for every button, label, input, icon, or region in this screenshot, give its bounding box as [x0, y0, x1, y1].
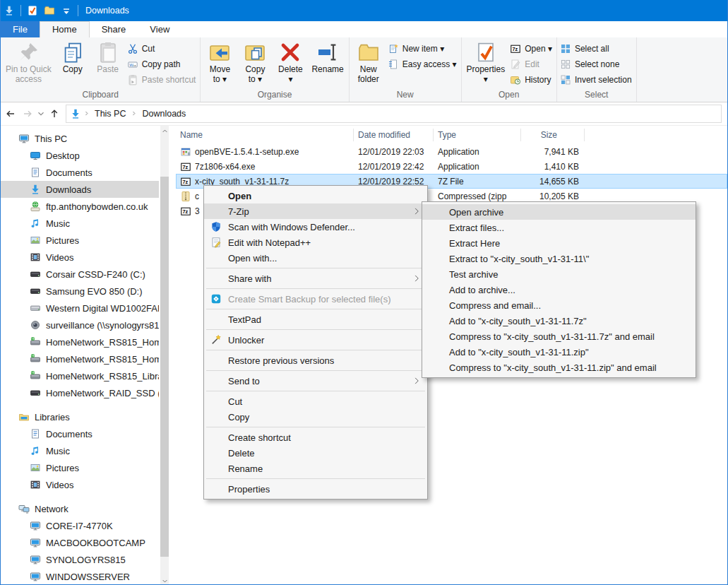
select-none-button[interactable]: Select none	[560, 57, 632, 71]
sidebar-item-homenetwork-rs815-homeme[interactable]: HomeNetwork_RS815_HomeMe	[1, 333, 159, 350]
seven-zip-item-compress-to-x-city-south-v1-31-11-7z-and-email[interactable]: Compress to "x-city_south_v1-31-11.7z" a…	[422, 329, 696, 344]
context-menu-item-create-shortcut[interactable]: Create shortcut	[204, 430, 427, 445]
context-menu-item-cut[interactable]: Cut	[204, 394, 427, 409]
sidebar-item-pictures[interactable]: Pictures	[1, 459, 159, 476]
column-header-name[interactable]: Name	[176, 129, 354, 141]
column-header-size[interactable]: Size	[521, 129, 585, 141]
copy-button[interactable]: Copy	[55, 39, 90, 76]
context-menu-item-unlocker[interactable]: Unlocker	[204, 332, 427, 348]
up-button[interactable]	[46, 105, 63, 122]
sidebar-item-documents[interactable]: Documents	[1, 164, 159, 181]
new-folder-button[interactable]: Newfolder	[351, 39, 386, 86]
sidebar-item-samsung-evo-850-d[interactable]: Samsung EVO 850 (D:)	[1, 283, 159, 300]
column-header-type[interactable]: Type	[434, 129, 521, 141]
sidebar-item-videos[interactable]: Videos	[1, 476, 159, 493]
context-menu-item-delete[interactable]: Delete	[204, 445, 427, 461]
seven-zip-item-add-to-x-city-south-v1-31-11-zip[interactable]: Add to "x-city_south_v1-31-11.zip"	[422, 344, 696, 360]
scrollbar-thumb[interactable]	[160, 177, 169, 557]
recent-locations-button[interactable]	[36, 105, 46, 122]
sidebar-item-macbookbootcamp[interactable]: MACBOOKBOOTCAMP	[1, 534, 159, 551]
sidebar-item-corsair-cssd-f240-c[interactable]: Corsair CSSD-F240 (C:)	[1, 266, 159, 283]
sidebar-item-synologyrs815[interactable]: SYNOLOGYRS815	[1, 551, 159, 568]
sidebar-item-music[interactable]: Music	[1, 442, 159, 459]
copy-path-button[interactable]: WCopy path	[127, 57, 196, 71]
seven-zip-item-extract-here[interactable]: Extract Here	[422, 235, 696, 251]
paste-button[interactable]: Paste	[90, 39, 126, 76]
context-menu-item-rename[interactable]: Rename	[204, 461, 427, 476]
copy-to-button[interactable]: Copyto ▾	[237, 39, 273, 86]
move-to-button[interactable]: Moveto ▾	[202, 39, 237, 86]
sidebar-scrollbar[interactable]	[160, 126, 169, 585]
edit-button[interactable]: Edit	[510, 57, 552, 71]
sidebar-item-homenetwork-rs815-library[interactable]: HomeNetwork_RS815_Library (\\	[1, 367, 159, 384]
properties-button[interactable]: Properties▾	[463, 39, 509, 86]
sidebar-item-music[interactable]: Music	[1, 215, 159, 232]
context-menu-item-textpad[interactable]: TextPad	[204, 312, 427, 327]
sidebar-item-western-digital-wd1002faex-e[interactable]: Western Digital WD1002FAEX (E:	[1, 300, 159, 317]
context-menu-item-7-zip[interactable]: 7-Zip	[204, 203, 427, 219]
rename-button[interactable]: Rename	[308, 39, 347, 76]
sidebar-item-homenetwork-raid-ssd-wir[interactable]: HomeNetwork_RAID_SSD (\\wir	[1, 384, 159, 401]
file-row[interactable]: openBVE-1.5.4.1-setup.exe12/01/2019 22:0…	[176, 144, 727, 159]
context-menu-item-scan-with-windows-defender[interactable]: Scan with Windows Defender...	[204, 219, 427, 235]
back-button[interactable]	[2, 105, 19, 122]
tab-view[interactable]: View	[138, 21, 181, 37]
delete-button[interactable]: Delete▾	[273, 39, 308, 86]
sidebar-item-network[interactable]: Network	[1, 500, 159, 517]
tab-file[interactable]: File	[1, 21, 40, 37]
sidebar-item-windowsserver[interactable]: WINDOWSSERVER	[1, 568, 159, 585]
seven-zip-item-add-to-x-city-south-v1-31-11-7z[interactable]: Add to "x-city_south_v1-31-11.7z"	[422, 313, 696, 329]
seven-zip-item-extract-to-x-city-south-v1-31-11[interactable]: Extract to "x-city_south_v1-31-11\"	[422, 251, 696, 266]
sidebar-item-libraries[interactable]: Libraries	[1, 408, 159, 425]
sidebar-item-core-i7-4770k[interactable]: CORE-I7-4770K	[1, 517, 159, 534]
sidebar-item-pictures[interactable]: Pictures	[1, 232, 159, 249]
easy-access-button[interactable]: Easy access ▾	[388, 57, 457, 71]
breadcrumb-this-pc[interactable]: This PC	[92, 109, 129, 119]
context-menu-item-restore-previous-versions[interactable]: Restore previous versions	[204, 353, 427, 368]
sidebar-item-desktop[interactable]: Desktop	[1, 147, 159, 164]
context-menu-item-share-with[interactable]: Share with	[204, 271, 427, 286]
seven-zip-item-add-to-archive[interactable]: Add to archive...	[422, 282, 696, 297]
paste-shortcut-button[interactable]: Paste shortcut	[127, 73, 196, 86]
cut-button[interactable]: Cut	[127, 42, 196, 55]
breadcrumb-downloads[interactable]: Downloads	[139, 109, 189, 119]
address-box[interactable]: This PCDownloads	[66, 105, 722, 123]
qat-properties-icon[interactable]	[26, 4, 39, 17]
sidebar-item-ftp-anthonybowden-co-uk[interactable]: ftp.anthonybowden.co.uk	[1, 198, 159, 215]
context-menu-item-properties[interactable]: Properties	[204, 481, 427, 497]
context-menu-item-copy[interactable]: Copy	[204, 409, 427, 425]
context-menu-item-create-smart-backup-for-selected-file-s[interactable]: Create Smart Backup for selected file(s)	[204, 291, 427, 307]
seven-zip-item-test-archive[interactable]: Test archive	[422, 266, 696, 282]
context-menu-item-send-to[interactable]: Send to	[204, 373, 427, 389]
tab-home[interactable]: Home	[40, 21, 90, 37]
scroll-down-icon[interactable]	[160, 576, 169, 585]
open-button[interactable]: 7zOpen ▾	[510, 42, 552, 55]
sidebar-item-documents[interactable]: Documents	[1, 425, 159, 442]
sidebar-item-videos[interactable]: Videos	[1, 249, 159, 266]
context-menu-item-edit-with-notepad[interactable]: Edit with Notepad++	[204, 235, 427, 250]
new-item-button[interactable]: New item ▾	[388, 42, 457, 55]
context-menu-item-open-with[interactable]: Open with...	[204, 250, 427, 266]
context-menu-item-open[interactable]: Open	[204, 188, 427, 203]
seven-zip-item-compress-and-email[interactable]: Compress and email...	[422, 297, 696, 313]
history-button[interactable]: History	[510, 73, 552, 86]
sidebar-item-surveillance-synologyrs815-h[interactable]: surveillance (\\synologyrs815.h	[1, 317, 159, 333]
breadcrumb-chevron-icon[interactable]	[83, 109, 90, 119]
sidebar-item-downloads[interactable]: Downloads	[1, 181, 159, 198]
seven-zip-item-open-archive[interactable]: Open archive	[422, 204, 696, 220]
seven-zip-item-compress-to-x-city-south-v1-31-11-zip-and-email[interactable]: Compress to "x-city_south_v1-31-11.zip" …	[422, 360, 696, 375]
tab-share[interactable]: Share	[90, 21, 138, 37]
scroll-up-icon[interactable]	[160, 126, 169, 136]
file-row[interactable]: 7z7z1806-x64.exe12/01/2019 22:42Applicat…	[176, 159, 727, 174]
qat-new-folder-icon[interactable]	[43, 4, 56, 17]
breadcrumb-chevron-icon[interactable]	[131, 109, 137, 119]
sidebar-item-this-pc[interactable]: This PC	[1, 130, 159, 147]
forward-button[interactable]	[19, 105, 36, 122]
pin-to-quick-access-button[interactable]: Pin to Quickaccess	[2, 39, 55, 86]
sidebar-item-homenetwork-rs815-homesto[interactable]: HomeNetwork_RS815_HomeSto	[1, 350, 159, 367]
seven-zip-item-extract-files[interactable]: Extract files...	[422, 220, 696, 235]
select-all-button[interactable]: Select all	[560, 42, 632, 55]
qat-customize-icon[interactable]	[60, 4, 73, 17]
invert-selection-button[interactable]: Invert selection	[560, 73, 632, 86]
column-header-date-modified[interactable]: Date modified	[354, 129, 434, 141]
